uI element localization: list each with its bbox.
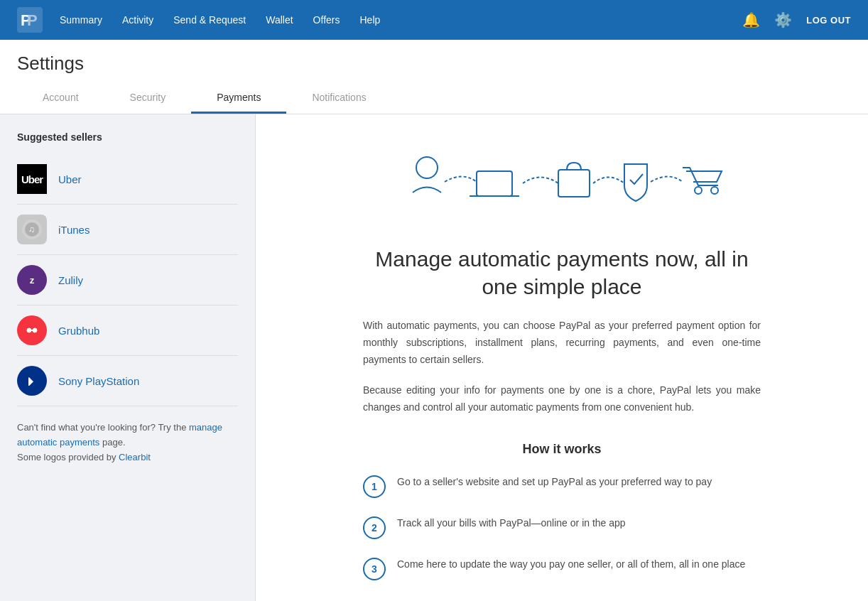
zulily-name: Zulily [58, 274, 83, 286]
uber-name: Uber [58, 173, 82, 185]
step-text-1: Go to a seller's website and set up PayP… [397, 474, 712, 489]
step-3: 3 Come here to update the way you pay on… [363, 556, 761, 580]
grubhub-logo [17, 315, 47, 345]
tab-notifications[interactable]: Notifications [286, 83, 391, 114]
logout-button[interactable]: LOG OUT [806, 15, 851, 26]
seller-itunes[interactable]: ♫ iTunes [17, 205, 238, 255]
content-heading: Manage automatic payments now, all in on… [363, 245, 761, 300]
svg-text:⏵: ⏵ [26, 375, 37, 387]
grubhub-name: Grubhub [58, 325, 99, 337]
footer-note: Some logos provided by [17, 452, 119, 462]
playstation-logo: ⏵ [17, 366, 47, 396]
svg-point-16 [695, 187, 702, 194]
svg-text:♫: ♫ [28, 224, 35, 234]
payment-illustration [391, 143, 732, 228]
tab-account[interactable]: Account [17, 83, 104, 114]
sidebar-footer: Can't find what you're looking for? Try … [17, 421, 238, 465]
svg-rect-15 [558, 170, 590, 197]
sidebar: Suggested sellers Uber Uber ♫ iTunes z [0, 114, 256, 601]
svg-text:P: P [27, 11, 38, 29]
itunes-name: iTunes [58, 224, 89, 236]
seller-zulily[interactable]: z Zulily [17, 255, 238, 305]
step-circle-2: 2 [363, 516, 386, 539]
seller-playstation[interactable]: ⏵ Sony PlayStation [17, 356, 238, 406]
top-nav: P P Summary Activity Send & Request Wall… [0, 0, 868, 40]
uber-logo: Uber [17, 164, 47, 194]
nav-activity[interactable]: Activity [122, 14, 153, 26]
tab-security[interactable]: Security [104, 83, 192, 114]
nav-summary[interactable]: Summary [60, 14, 102, 26]
svg-point-12 [416, 157, 438, 178]
main-content: Manage automatic payments now, all in on… [256, 114, 868, 601]
nav-send-request[interactable]: Send & Request [173, 14, 246, 26]
gear-icon[interactable]: ⚙️ [774, 11, 792, 28]
itunes-logo: ♫ [17, 215, 47, 244]
settings-tabs: Account Security Payments Notifications [17, 83, 851, 114]
svg-rect-13 [477, 171, 512, 196]
content-para2: Because editing your info for payments o… [363, 382, 761, 416]
paypal-logo: P P [17, 7, 43, 33]
step-2: 2 Track all your bills with PayPal—onlin… [363, 515, 761, 539]
footer-text2: page. [99, 437, 125, 448]
settings-header: Settings Account Security Payments Notif… [0, 40, 868, 114]
seller-uber[interactable]: Uber Uber [17, 154, 238, 205]
step-text-3: Come here to update the way you pay one … [397, 556, 745, 572]
step-circle-3: 3 [363, 558, 386, 580]
suggested-sellers-title: Suggested sellers [17, 131, 238, 143]
playstation-name: Sony PlayStation [58, 375, 139, 387]
nav-help[interactable]: Help [359, 14, 380, 26]
settings-title: Settings [17, 40, 851, 83]
step-circle-1: 1 [363, 475, 386, 498]
tab-payments[interactable]: Payments [191, 83, 286, 114]
zulily-logo: z [17, 265, 47, 295]
nav-links: Summary Activity Send & Request Wallet O… [60, 14, 742, 26]
nav-wallet[interactable]: Wallet [266, 14, 293, 26]
main-layout: Suggested sellers Uber Uber ♫ iTunes z [0, 114, 868, 601]
step-text-2: Track all your bills with PayPal—online … [397, 515, 626, 531]
bell-icon[interactable]: 🔔 [742, 11, 760, 28]
clearbit-link[interactable]: Clearbit [119, 452, 151, 462]
steps-list: 1 Go to a seller's website and set up Pa… [363, 474, 761, 597]
footer-text: Can't find what you're looking for? Try … [17, 422, 189, 433]
how-it-works-title: How it works [522, 442, 601, 457]
step-1: 1 Go to a seller's website and set up Pa… [363, 474, 761, 498]
nav-right: 🔔 ⚙️ LOG OUT [742, 11, 851, 28]
seller-grubhub[interactable]: Grubhub [17, 305, 238, 356]
content-para1: With automatic payments, you can choose … [363, 318, 761, 368]
svg-point-17 [711, 187, 718, 194]
nav-offers[interactable]: Offers [313, 14, 340, 26]
